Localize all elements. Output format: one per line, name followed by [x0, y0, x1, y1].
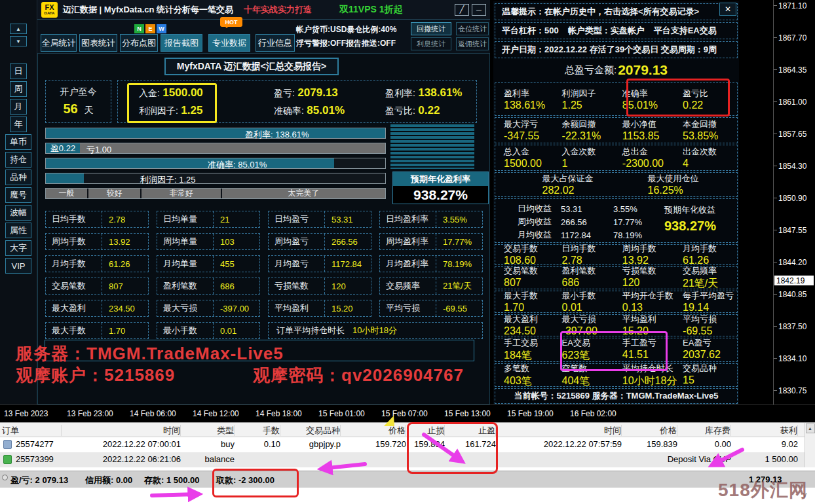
scroll-down-icon[interactable]: ▼ — [10, 36, 27, 46]
sidebar-item[interactable]: 周 — [10, 81, 27, 97]
orders-header-cell[interactable]: 价格 — [345, 425, 406, 436]
orders-header-cell[interactable]: 获利 — [735, 425, 798, 436]
panel-row-margin: 最大占保证金282.02最大使用仓位16.25% — [495, 172, 738, 197]
price-axis-label: 1867.70 — [778, 33, 806, 65]
stat-cell: 月均盈利率78.19% — [379, 255, 483, 272]
orders-header-cell[interactable]: 订单 — [2, 425, 62, 436]
panel-stat-label: 交易品种 — [683, 363, 737, 374]
tab-global-stats[interactable]: 全局统计 — [41, 34, 77, 52]
panel-stat-value: 10小时18分 — [622, 374, 674, 388]
stat-value: 13.92 — [102, 237, 130, 247]
stat-value: 234.50 — [102, 304, 135, 314]
panel-stat-cell: 平均盈利15.20 — [614, 314, 674, 337]
panel-stat-cell: 总入金1500.00 — [495, 146, 554, 170]
sidebar-item[interactable]: 大字 — [5, 240, 31, 256]
tab-chart-stats[interactable]: 图表统计 — [79, 34, 117, 52]
orders-header-cell[interactable]: 时间 — [63, 425, 181, 436]
stat-cell: 最大盈利234.50 — [45, 300, 149, 317]
panel-stat-label: 交易手数 — [504, 243, 554, 255]
tab-industry-info[interactable]: 行业信息 — [256, 34, 295, 52]
panel-row-trades: 交易笔数807盈利笔数686亏损笔数120交易频率21笔/天 — [495, 266, 738, 289]
panel-stat-label: 平均亏损 — [683, 314, 737, 325]
tab-scatter-plot[interactable]: 分布点图 — [120, 34, 158, 52]
panel-footer: 当前帐号：5215869 服务器：TMGM.TradeMax-Live5 — [495, 388, 738, 404]
interest-stats-button[interactable]: 利息统计 — [411, 37, 451, 50]
sidebar-item[interactable]: 品种 — [5, 170, 31, 185]
sidebar-item[interactable]: 单币 — [5, 134, 31, 150]
panel-stat-value: -69.55 — [683, 325, 737, 337]
orders-header-cell[interactable]: 交易品种 — [284, 425, 341, 436]
scroll-up-icon[interactable]: ▲ — [10, 24, 27, 34]
income-row: 月均收益1172.8478.19% — [495, 228, 659, 242]
panel-stat-cell: 最大浮亏-347.55 — [495, 118, 554, 142]
stat-label: 最小手数 — [157, 323, 214, 338]
sidebar-item[interactable]: 波幅 — [5, 205, 31, 221]
accuracy-bar: 准确率: 85.01% — [45, 158, 386, 169]
panel-stat-cell: 交易手数108.60 — [495, 243, 554, 266]
draw-tool-icon[interactable]: ╱ — [455, 4, 469, 16]
panel-stat-value: 15.20 — [622, 325, 674, 337]
timeline-label: 15 Feb 01:00 — [318, 409, 381, 422]
panel-stat-cell: 出金次数4 — [674, 146, 737, 170]
panel-stat-label: 交易笔数 — [504, 265, 554, 277]
panel-stat-cell: 本金回撤53.85% — [674, 118, 737, 142]
sidebar-item[interactable]: 魔号 — [5, 187, 31, 203]
stat-label: 月均手数 — [46, 256, 102, 272]
stat-cell: 盈利笔数686 — [157, 278, 260, 295]
watermark: 518外汇网 — [718, 478, 808, 503]
orders-header-cell[interactable]: 库存费 — [681, 425, 731, 436]
stat-cell: 最大亏损-397.00 — [157, 300, 260, 317]
orders-header-cell[interactable]: 价格 — [627, 425, 677, 436]
timeline-label: 16 Feb 02:00 — [570, 409, 633, 422]
close-icon[interactable]: ✕ — [719, 3, 736, 16]
balance-row[interactable]: 25573399 2022.12.22 06:21:06 balance Dep… — [0, 452, 815, 467]
price-axis-label: 1850.90 — [778, 194, 806, 226]
panel-stat-value: 0.01 — [562, 302, 614, 314]
tab-report-screenshot[interactable]: 报告截图 — [161, 34, 202, 52]
price-axis-label: 1840.85 — [778, 290, 806, 322]
sidebar-item[interactable]: 持仓 — [5, 152, 31, 168]
panel-stat-label: 日均手数 — [562, 243, 614, 255]
price-axis: 1871.101867.701864.351861.001857.651854.… — [739, 0, 815, 405]
stat-value: 3.55% — [436, 215, 467, 225]
orders-header-cell[interactable]: 时间 — [500, 425, 622, 436]
rebate-stats-button[interactable]: 返佣统计 — [456, 37, 489, 50]
position-stats-button[interactable]: 仓位统计 — [456, 22, 489, 35]
stat-cell: 日均盈利率3.55% — [379, 211, 483, 228]
stat-label: 周均盈利率 — [380, 234, 436, 249]
panel-stat-cell: 盈亏比0.22 — [674, 88, 737, 111]
promo-text-green[interactable]: 双11VPS 1折起 — [339, 4, 403, 16]
sidebar-item[interactable]: 属性 — [5, 223, 31, 238]
orders-scrollbar[interactable]: ▲ — [805, 423, 815, 467]
panel-stat-label: 最大使用仓位 — [648, 173, 699, 185]
sidebar-item[interactable]: 月 — [10, 99, 27, 115]
sort-icon[interactable]: ▾ — [176, 426, 178, 432]
app-title-bar: FX DATA 迈汇数据 | MyfxData.cn 统计分析每一笔交易 十年实… — [37, 0, 490, 20]
sidebar-item[interactable]: 年 — [10, 117, 27, 132]
orders-cell: Deposit Via CUP — [500, 454, 731, 464]
stat-cell: 月均盈亏1172.84 — [268, 255, 371, 272]
orders-cell: 2022.12.22 07:00:01 — [63, 439, 181, 449]
panel-stat-label: 手工盈亏 — [622, 337, 674, 349]
panel-stat-label: 总入金 — [504, 146, 554, 158]
stats-row-monthly: 月均手数61.26月均单量455月均盈亏1172.84月均盈利率78.19% — [45, 255, 483, 272]
panel-stat-label: 亏损笔数 — [622, 265, 674, 277]
orders-header-cell[interactable]: 类型 — [185, 425, 235, 436]
panel-stat-cell: 总出金-2300.00 — [614, 146, 674, 170]
minimize-icon[interactable]: ─ — [472, 4, 486, 16]
tab-pro-data[interactable]: 专业数据 — [208, 34, 250, 52]
orders-header-cell[interactable]: 止盈 — [449, 425, 496, 436]
stat-value: 0.01 — [214, 326, 237, 336]
scrollbar-up-icon[interactable]: ▲ — [806, 423, 815, 433]
orders-header-cell[interactable]: 止损 — [410, 425, 445, 436]
order-row[interactable]: 255742772022.12.22 07:00:01buy0.10gbpjpy… — [0, 437, 815, 452]
sidebar-item[interactable]: 日 — [10, 63, 27, 79]
sidebar-item[interactable]: VIP — [5, 258, 31, 274]
panel-stat-cell: 盈利笔数686 — [554, 265, 614, 291]
orders-header-cell[interactable]: 手数 — [238, 425, 280, 436]
panel-stat-cell: 平均开仓手数0.13 — [614, 290, 674, 314]
current-price-label: 1842.19 — [774, 276, 814, 285]
drawdown-stats-button[interactable]: 回撤统计 — [411, 22, 451, 35]
orders-cell: 159.720 — [345, 439, 406, 449]
profit-rate-bar: 盈利率: 138.61% — [45, 128, 386, 139]
